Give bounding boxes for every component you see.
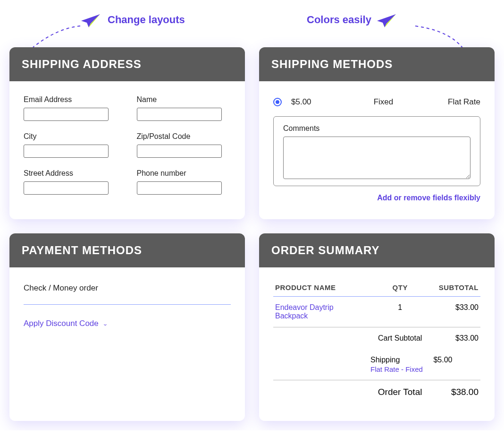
card-title: Shipping Methods [259,47,495,81]
card-title: Order Summary [259,233,495,267]
city-field-group: City [24,132,118,158]
comments-label: Comments [283,124,470,133]
top-annotations: Change layouts Colors easily [9,9,495,47]
street-field-group: Street Address [24,169,118,195]
email-input[interactable] [24,108,109,121]
zip-input[interactable] [137,145,222,158]
cart-subtotal-label: Cart Subtotal [369,327,431,350]
annotation-right-text: Colors easily [307,14,371,26]
summary-table: Product Name Qty Subtotal Endeavor Daytr… [273,282,480,404]
cart-subtotal-value: $33.00 [431,327,480,350]
shipping-row: Shipping Flat Rate - Fixed $5.00 [273,349,480,380]
col-subtotal: Subtotal [431,282,480,297]
order-total-value: $38.00 [431,380,480,404]
order-summary-card: Order Summary Product Name Qty Subtotal … [259,233,495,421]
payment-methods-card: Payment Methods Check / Money order Appl… [9,233,245,421]
flex-note: Add or remove fields flexibly [273,194,480,202]
phone-label: Phone number [137,169,231,178]
comments-group: Comments [273,116,480,186]
name-label: Name [137,95,231,104]
street-label: Street Address [24,169,118,178]
shipping-detail: Flat Rate - Fixed [370,365,429,373]
email-field-group: Email Address [24,95,118,121]
city-input[interactable] [24,145,109,158]
discount-label: Apply Discount Code [24,319,99,328]
line-item: Endeavor Daytrip Backpack 1 $33.00 [273,297,480,327]
order-total-label: Order Total [369,380,431,404]
order-total-row: Order Total $38.00 [273,380,480,404]
shipping-cost-value: $5.00 [431,349,480,380]
radio-selected-icon[interactable] [273,98,282,106]
shipping-address-card: Shipping Address Email Address Name City… [9,47,245,219]
annotation-left-text: Change layouts [108,14,185,26]
product-qty: 1 [369,297,431,327]
comments-textarea[interactable] [283,137,470,179]
shipping-price: $5.00 [291,97,329,107]
annotation-left: Change layouts [80,11,185,28]
card-title: Shipping Address [9,47,245,81]
zip-label: Zip/Postal Code [137,132,231,141]
cart-subtotal-row: Cart Subtotal $33.00 [273,327,480,350]
shipping-option[interactable]: $5.00 Fixed Flat Rate [273,95,480,116]
city-label: City [24,132,118,141]
phone-field-group: Phone number [137,169,231,195]
shipping-methods-card: Shipping Methods $5.00 Fixed Flat Rate C… [259,47,495,219]
payment-option[interactable]: Check / Money order [24,282,231,305]
shipping-cost-label: Shipping Flat Rate - Fixed [369,349,431,380]
annotation-right: Colors easily [307,11,399,28]
name-field-group: Name [137,95,231,121]
chevron-down-icon: ⌄ [102,321,108,326]
col-product: Product Name [273,282,369,297]
col-qty: Qty [369,282,431,297]
phone-input[interactable] [137,181,222,195]
street-input[interactable] [24,181,109,195]
product-name[interactable]: Endeavor Daytrip Backpack [273,297,369,327]
zip-field-group: Zip/Postal Code [137,132,231,158]
email-label: Email Address [24,95,118,104]
name-input[interactable] [137,108,222,121]
paper-plane-icon [376,11,399,28]
shipping-carrier: Fixed [338,97,428,107]
card-title: Payment Methods [9,233,245,267]
shipping-method: Flat Rate [438,97,480,107]
apply-discount-toggle[interactable]: Apply Discount Code ⌄ [24,319,108,328]
product-subtotal: $33.00 [431,297,480,327]
